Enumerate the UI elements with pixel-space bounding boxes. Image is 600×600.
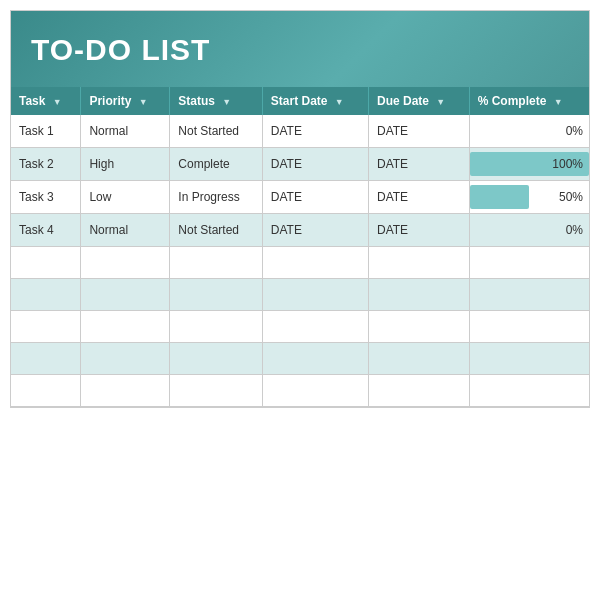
cell-complete: 50% [469,181,589,214]
cell-task: Task 4 [11,214,81,247]
cell-due-date: DATE [368,214,469,247]
col-priority[interactable]: Priority ▼ [81,87,170,115]
cell-empty [469,343,589,375]
cell-empty [262,311,368,343]
cell-complete: 0% [469,214,589,247]
cell-priority: Normal [81,214,170,247]
cell-due-date: DATE [368,181,469,214]
cell-empty [81,375,170,407]
cell-empty [81,311,170,343]
col-start-date[interactable]: Start Date ▼ [262,87,368,115]
col-complete-dropdown-icon[interactable]: ▼ [554,97,563,107]
col-status-dropdown-icon[interactable]: ▼ [222,97,231,107]
cell-priority: Normal [81,115,170,148]
app-container: TO-DO LIST Task ▼ Priority ▼ Status ▼ St… [10,10,590,408]
col-task[interactable]: Task ▼ [11,87,81,115]
table-row: Task 1NormalNot StartedDATEDATE0% [11,115,589,148]
table-body: Task 1NormalNot StartedDATEDATE0%Task 2H… [11,115,589,407]
table-row-empty [11,311,589,343]
cell-empty [469,279,589,311]
cell-empty [170,375,263,407]
cell-empty [170,247,263,279]
cell-empty [81,279,170,311]
cell-due-date: DATE [368,148,469,181]
cell-empty [170,279,263,311]
cell-empty [262,375,368,407]
cell-empty [469,247,589,279]
table-row-empty [11,247,589,279]
progress-label: 100% [552,157,583,171]
col-status-label: Status [178,94,215,108]
table-row: Task 3LowIn ProgressDATEDATE50% [11,181,589,214]
table-row-empty [11,375,589,407]
cell-empty [81,343,170,375]
col-due-date-dropdown-icon[interactable]: ▼ [436,97,445,107]
col-complete[interactable]: % Complete ▼ [469,87,589,115]
todo-table: Task ▼ Priority ▼ Status ▼ Start Date ▼ … [11,87,589,407]
cell-status: In Progress [170,181,263,214]
cell-empty [262,247,368,279]
cell-empty [170,311,263,343]
cell-status: Not Started [170,214,263,247]
cell-empty [368,343,469,375]
progress-label: 0% [566,124,583,138]
cell-empty [368,375,469,407]
cell-task: Task 2 [11,148,81,181]
progress-label: 0% [566,223,583,237]
cell-empty [469,311,589,343]
cell-empty [11,311,81,343]
cell-priority: High [81,148,170,181]
table-header: Task ▼ Priority ▼ Status ▼ Start Date ▼ … [11,87,589,115]
table-row: Task 4NormalNot StartedDATEDATE0% [11,214,589,247]
table-row-empty [11,279,589,311]
cell-empty [170,343,263,375]
cell-status: Not Started [170,115,263,148]
cell-due-date: DATE [368,115,469,148]
col-due-date-label: Due Date [377,94,429,108]
cell-empty [368,279,469,311]
cell-empty [11,343,81,375]
cell-empty [368,311,469,343]
cell-task: Task 1 [11,115,81,148]
col-start-date-dropdown-icon[interactable]: ▼ [335,97,344,107]
cell-empty [81,247,170,279]
cell-empty [262,279,368,311]
table-row: Task 2HighCompleteDATEDATE100% [11,148,589,181]
col-task-dropdown-icon[interactable]: ▼ [53,97,62,107]
col-complete-label: % Complete [478,94,547,108]
table-row-empty [11,343,589,375]
progress-label: 50% [559,190,583,204]
cell-empty [11,375,81,407]
cell-start-date: DATE [262,214,368,247]
col-due-date[interactable]: Due Date ▼ [368,87,469,115]
cell-complete: 100% [469,148,589,181]
cell-complete: 0% [469,115,589,148]
cell-status: Complete [170,148,263,181]
app-header: TO-DO LIST [11,11,589,87]
cell-empty [368,247,469,279]
col-start-date-label: Start Date [271,94,328,108]
cell-priority: Low [81,181,170,214]
cell-start-date: DATE [262,148,368,181]
cell-empty [11,247,81,279]
cell-empty [469,375,589,407]
page-title: TO-DO LIST [31,33,569,67]
cell-empty [262,343,368,375]
col-task-label: Task [19,94,45,108]
cell-start-date: DATE [262,181,368,214]
cell-task: Task 3 [11,181,81,214]
cell-empty [11,279,81,311]
col-priority-dropdown-icon[interactable]: ▼ [139,97,148,107]
col-priority-label: Priority [89,94,131,108]
col-status[interactable]: Status ▼ [170,87,263,115]
cell-start-date: DATE [262,115,368,148]
